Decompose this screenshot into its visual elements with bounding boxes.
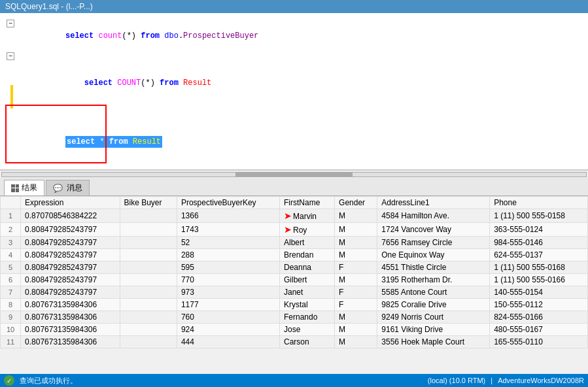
table-row: 30.80847928524379752AlbertM7656 Ramsey C… bbox=[1, 237, 588, 249]
table-header-row: Expression Bike Buyer ProspectiveBuyerKe… bbox=[1, 197, 588, 209]
table-row: 100.807673135984306924JoseM9161 Viking D… bbox=[1, 324, 588, 336]
title-text: SQLQuery1.sql - (l...-P...) bbox=[5, 2, 93, 11]
row-number: 5 bbox=[1, 261, 21, 274]
row-number: 1 bbox=[1, 209, 21, 223]
status-bar: ✓ 查询已成功执行。 (local) (10.0 RTM) | Adventur… bbox=[0, 374, 588, 387]
col-bike-buyer: Bike Buyer bbox=[120, 197, 177, 209]
tab-messages[interactable]: 💬 消息 bbox=[46, 180, 90, 195]
cell-bike-buyer bbox=[120, 311, 177, 324]
cell-firstname: Gilbert bbox=[280, 274, 335, 286]
cell-gender: F bbox=[335, 261, 377, 274]
cell-expression: 0.808479285243797 bbox=[21, 223, 120, 237]
results-table: Expression Bike Buyer ProspectiveBuyerKe… bbox=[0, 196, 588, 348]
cell-expression: 0.870708546384222 bbox=[21, 209, 120, 223]
cell-expression: 0.807673135984306 bbox=[21, 324, 120, 336]
cell-phone: 363-555-0124 bbox=[490, 223, 588, 237]
row-number: 9 bbox=[1, 311, 21, 324]
cell-expression: 0.808479285243797 bbox=[21, 261, 120, 274]
cell-address: 1724 Vancover Way bbox=[377, 223, 490, 237]
main-layout: SQLQuery1.sql - (l...-P...) − − select c… bbox=[0, 0, 588, 387]
cell-bike-buyer bbox=[120, 249, 177, 261]
code-line-blank2 bbox=[18, 101, 583, 112]
cell-phone: 1 (11) 500 555-0158 bbox=[490, 209, 588, 223]
cell-address: 9825 Coralie Drive bbox=[377, 299, 490, 311]
cell-gender: F bbox=[335, 299, 377, 311]
tabs-bar: 结果 💬 消息 bbox=[0, 178, 588, 196]
cell-address: 7656 Ramsey Circle bbox=[377, 237, 490, 249]
cell-firstname: Fernando bbox=[280, 311, 335, 324]
cell-gender: M bbox=[335, 274, 377, 286]
col-gender: Gender bbox=[335, 197, 377, 209]
code-line-blank1 bbox=[18, 54, 583, 65]
code-line-blank3 bbox=[18, 112, 583, 124]
cell-address: 5585 Antone Court bbox=[377, 286, 490, 299]
scroll-thumb[interactable] bbox=[235, 173, 353, 177]
cell-address: 4584 Hamilton Ave. bbox=[377, 209, 490, 223]
cell-key: 52 bbox=[177, 237, 279, 249]
row-number: 4 bbox=[1, 249, 21, 261]
cell-phone: 165-555-0110 bbox=[490, 336, 588, 348]
scroll-track[interactable] bbox=[1, 172, 587, 177]
cell-gender: M bbox=[335, 223, 377, 237]
code-line-1: select count(*) from dbo.ProspectiveBuye… bbox=[18, 18, 583, 54]
cell-address: One Equinox Way bbox=[377, 249, 490, 261]
results-scroll[interactable]: Expression Bike Buyer ProspectiveBuyerKe… bbox=[0, 196, 588, 374]
collapse-button-2[interactable]: − bbox=[7, 52, 14, 60]
code-line-2: select COUNT(*) from Result bbox=[18, 65, 583, 101]
cell-firstname: Albert bbox=[280, 237, 335, 249]
cell-key: 973 bbox=[177, 286, 279, 299]
table-row: 10.8707085463842221366➤MarvinM4584 Hamil… bbox=[1, 209, 588, 223]
horizontal-scrollbar[interactable] bbox=[0, 170, 588, 178]
cell-phone: 480-555-0167 bbox=[490, 324, 588, 336]
table-row: 110.807673135984306444CarsonM3556 Hoek M… bbox=[1, 336, 588, 348]
tab-results-label: 结果 bbox=[22, 182, 37, 194]
cell-key: 1177 bbox=[177, 299, 279, 311]
cell-phone: 150-555-0112 bbox=[490, 299, 588, 311]
col-firstname: FirstName bbox=[280, 197, 335, 209]
title-bar: SQLQuery1.sql - (l...-P...) bbox=[0, 0, 588, 13]
table-row: 60.808479285243797770GilbertM3195 Rother… bbox=[1, 274, 588, 286]
cell-firstname: Carson bbox=[280, 336, 335, 348]
cell-gender: M bbox=[335, 249, 377, 261]
row-number: 6 bbox=[1, 274, 21, 286]
cell-gender: F bbox=[335, 286, 377, 299]
cell-address: 3556 Hoek Maple Court bbox=[377, 336, 490, 348]
row-number: 2 bbox=[1, 223, 21, 237]
cell-gender: M bbox=[335, 209, 377, 223]
row-number: 11 bbox=[1, 336, 21, 348]
cell-phone: 140-555-0154 bbox=[490, 286, 588, 299]
tab-results[interactable]: 结果 bbox=[4, 180, 44, 195]
cell-bike-buyer bbox=[120, 299, 177, 311]
col-key: ProspectiveBuyerKey bbox=[177, 197, 279, 209]
cell-firstname: Krystal bbox=[280, 299, 335, 311]
cell-phone: 984-555-0146 bbox=[490, 237, 588, 249]
cell-expression: 0.808479285243797 bbox=[21, 286, 120, 299]
cell-key: 595 bbox=[177, 261, 279, 274]
collapse-button-1[interactable]: − bbox=[7, 20, 14, 27]
status-db: AdventureWorksDW2008R bbox=[498, 377, 584, 384]
tab-messages-label: 消息 bbox=[67, 182, 82, 194]
cell-address: 9161 Viking Drive bbox=[377, 324, 490, 336]
cell-gender: M bbox=[335, 311, 377, 324]
cell-expression: 0.807673135984306 bbox=[21, 299, 120, 311]
editor-content: − − select count(*) from dbo.Prospective… bbox=[5, 18, 583, 169]
code-line-hl2: order by Expression desc bbox=[18, 160, 583, 170]
cell-expression: 0.808479285243797 bbox=[21, 237, 120, 249]
col-address: AddressLine1 bbox=[377, 197, 490, 209]
cell-phone: 824-555-0166 bbox=[490, 311, 588, 324]
col-rownum bbox=[1, 197, 21, 209]
cell-key: 924 bbox=[177, 324, 279, 336]
status-right: (local) (10.0 RTM) | AdventureWorksDW200… bbox=[428, 377, 584, 384]
bottom-section: 结果 💬 消息 Expression Bike Buyer Prospectiv… bbox=[0, 178, 588, 374]
cell-expression: 0.808479285243797 bbox=[21, 249, 120, 261]
cell-firstname: Jose bbox=[280, 324, 335, 336]
code-line-hl1: select * from Result bbox=[18, 124, 583, 160]
editor-area[interactable]: − − select count(*) from dbo.Prospective… bbox=[0, 13, 588, 170]
cell-gender: M bbox=[335, 237, 377, 249]
cell-key: 1743 bbox=[177, 223, 279, 237]
cell-bike-buyer bbox=[120, 209, 177, 223]
cell-gender: M bbox=[335, 336, 377, 348]
cell-key: 1366 bbox=[177, 209, 279, 223]
cell-address: 3195 Rotherham Dr. bbox=[377, 274, 490, 286]
cell-bike-buyer bbox=[120, 223, 177, 237]
